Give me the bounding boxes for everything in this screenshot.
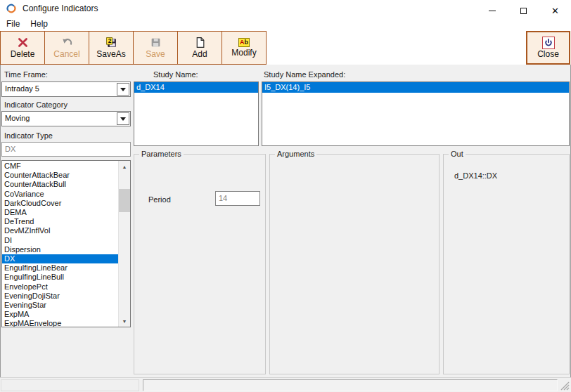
app-logo-icon xyxy=(6,3,17,14)
list-item[interactable]: I5_DX(14)_I5 xyxy=(262,82,569,93)
save-as-floppy-icon: 2 xyxy=(105,37,117,48)
scrollbar-down-button[interactable]: ▼ xyxy=(119,315,130,327)
svg-text:2: 2 xyxy=(108,37,111,44)
study-name-expanded-label: Study Name Expanded: xyxy=(264,70,345,79)
save-floppy-icon xyxy=(150,37,162,48)
arguments-groupbox: Arguments xyxy=(269,154,440,374)
list-item[interactable]: CounterAttackBull xyxy=(2,180,118,189)
status-bar xyxy=(0,377,571,392)
save-label: Save xyxy=(146,50,165,59)
scrollbar-thumb[interactable] xyxy=(119,189,130,212)
scrollbar[interactable]: ▲ ▼ xyxy=(118,161,130,327)
list-item[interactable]: Dispersion xyxy=(2,245,118,254)
undo-arrow-icon xyxy=(61,37,73,48)
minimize-icon xyxy=(489,11,496,11)
modify-button[interactable]: Ab Modify xyxy=(222,31,267,65)
menu-file[interactable]: File xyxy=(6,19,20,29)
study-name-label: Study Name: xyxy=(153,70,198,79)
power-icon xyxy=(542,37,555,49)
study-name-list[interactable]: d_DX14 xyxy=(134,81,259,146)
time-frame-value: Intraday 5 xyxy=(5,84,39,93)
menu-help[interactable]: Help xyxy=(30,19,48,29)
resize-grip-icon[interactable] xyxy=(560,381,570,391)
period-label: Period xyxy=(148,195,171,204)
list-item[interactable]: EngulfingLineBull xyxy=(2,273,118,282)
indicator-type-label: Indicator Type xyxy=(4,131,53,140)
menu-bar: File Help xyxy=(0,17,571,31)
out-title: Out xyxy=(449,150,466,158)
parameters-groupbox: Parameters Period 14 xyxy=(134,154,266,374)
indicator-type-field: DX xyxy=(1,142,131,157)
arguments-title: Arguments xyxy=(275,150,316,158)
indicator-category-label: Indicator Category xyxy=(4,100,68,109)
indicator-type-list[interactable]: CMFCounterAttackBearCounterAttackBullCoV… xyxy=(1,160,131,327)
save-button[interactable]: Save xyxy=(133,31,178,65)
modify-ab-icon: Ab xyxy=(238,38,250,47)
study-name-expanded-list[interactable]: I5_DX(14)_I5 xyxy=(262,81,570,146)
scrollbar-up-button[interactable]: ▲ xyxy=(119,161,130,172)
list-item[interactable]: DeTrend xyxy=(2,217,118,226)
list-item[interactable]: EveningDojiStar xyxy=(2,292,118,301)
list-item[interactable]: CounterAttackBear xyxy=(2,171,118,180)
list-item[interactable]: CMF xyxy=(2,162,118,171)
toolbar: Delete Cancel 2 SaveAs xyxy=(0,31,571,65)
list-item[interactable]: DarkCloudCover xyxy=(2,199,118,208)
cancel-label: Cancel xyxy=(53,50,79,59)
save-as-label: SaveAs xyxy=(96,50,125,59)
cancel-button[interactable]: Cancel xyxy=(44,31,89,65)
parameters-title: Parameters xyxy=(139,150,184,158)
chevron-down-icon xyxy=(120,117,126,121)
modify-label: Modify xyxy=(231,48,256,58)
close-button[interactable]: Close xyxy=(526,31,570,65)
list-item[interactable]: EngulfingLineBear xyxy=(2,263,118,273)
list-item[interactable]: d_DX14 xyxy=(134,82,258,93)
out-groupbox: Out d_DX14::DX xyxy=(443,154,570,374)
list-item[interactable]: DEMA xyxy=(2,208,118,217)
delete-label: Delete xyxy=(11,50,35,59)
time-frame-dropdown-button[interactable] xyxy=(117,83,129,96)
close-icon: ✕ xyxy=(551,6,559,15)
save-as-button[interactable]: 2 SaveAs xyxy=(89,31,134,65)
indicator-category-value: Moving xyxy=(5,114,30,122)
time-frame-label: Time Frame: xyxy=(4,70,48,79)
indicator-category-select[interactable]: Moving xyxy=(1,111,131,126)
list-item[interactable]: EveningStar xyxy=(2,301,118,310)
list-item[interactable]: EnvelopePct xyxy=(2,282,118,292)
indicator-category-dropdown-button[interactable] xyxy=(117,112,129,125)
period-field: 14 xyxy=(215,191,260,206)
list-item[interactable]: ExpMA xyxy=(2,310,118,319)
list-item[interactable]: CoVariance xyxy=(2,190,118,199)
delete-button[interactable]: Delete xyxy=(0,31,45,65)
delete-x-icon xyxy=(17,37,29,48)
time-frame-select[interactable]: Intraday 5 xyxy=(1,81,131,97)
list-item[interactable]: DevMZInflVol xyxy=(2,226,118,235)
list-item[interactable]: ExpMAEnvelope xyxy=(2,319,118,327)
status-left-panel xyxy=(1,379,139,391)
add-label: Add xyxy=(192,50,207,59)
window-title: Configure Indicators xyxy=(23,4,98,13)
list-item[interactable]: DI xyxy=(2,236,118,245)
new-document-icon xyxy=(194,37,206,48)
out-value: d_DX14::DX xyxy=(454,171,497,180)
add-button[interactable]: Add xyxy=(177,31,222,65)
list-item[interactable]: DX xyxy=(2,254,118,263)
maximize-icon xyxy=(520,8,527,14)
close-label: Close xyxy=(537,50,559,59)
status-message-panel xyxy=(143,379,558,391)
configure-indicators-window: Configure Indicators ✕ File Help Delete … xyxy=(0,0,571,392)
chevron-down-icon xyxy=(120,88,126,91)
